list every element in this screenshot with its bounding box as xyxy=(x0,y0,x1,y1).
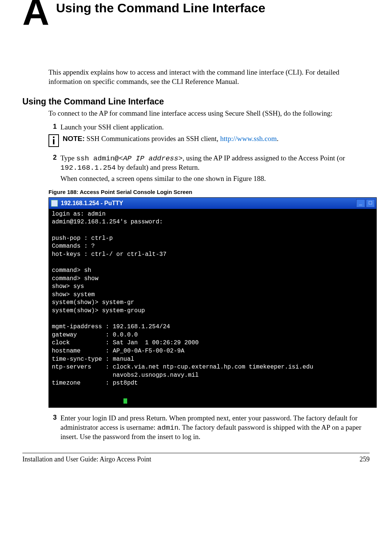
text: by default) and press Return. xyxy=(116,163,200,171)
terminal-line: show> sys xyxy=(52,283,84,290)
terminal-line: Commands : ? xyxy=(52,243,95,250)
appendix-letter: A xyxy=(22,0,49,27)
terminal-body: login as: admin admin@192.168.1.254's pa… xyxy=(49,209,376,407)
terminal-line: system(show)> system-gr xyxy=(52,299,134,306)
step-number: 2 xyxy=(48,154,57,184)
note-before: SSH Communications provides an SSH clien… xyxy=(85,135,220,142)
terminal-line: ntp-servers : clock.via.net ntp-cup.exte… xyxy=(52,364,313,370)
step-3: 3 Enter your login ID and press Return. … xyxy=(48,414,370,442)
step-1: 1 Launch your SSH client application. xyxy=(48,123,370,132)
terminal-line: mgmt-ipaddress : 192.168.1.254/24 xyxy=(52,323,170,330)
terminal-line: show> system xyxy=(52,291,95,298)
appendix-title: Using the Command Line Interface xyxy=(56,1,265,15)
window-title: 192.168.1.254 - PuTTY xyxy=(61,200,123,207)
step-number: 3 xyxy=(48,414,57,442)
window-titlebar: 192.168.1.254 - PuTTY _ □ xyxy=(49,198,376,209)
step-body: Enter your login ID and press Return. Wh… xyxy=(60,414,370,442)
text: , using the AP IP address assigned to th… xyxy=(183,154,345,162)
text: Type xyxy=(60,154,76,162)
step-body: Type ssh admin@<AP IP address>, using th… xyxy=(60,154,370,184)
minimize-button[interactable]: _ xyxy=(356,199,365,207)
code: ssh admin@ xyxy=(76,154,119,163)
window-buttons: _ □ xyxy=(356,199,375,207)
info-icon xyxy=(48,134,59,147)
terminal-line: clock : Sat Jan 1 00:26:29 2000 xyxy=(52,339,199,346)
terminal-line: gateway : 0.0.0.0 xyxy=(52,332,138,338)
note-text: NOTE: SSH Communications provides an SSH… xyxy=(63,134,279,144)
step-number: 1 xyxy=(48,123,57,132)
app-icon xyxy=(51,200,58,207)
terminal-line: hostname : AP_00-0A-F5-00-02-9A xyxy=(52,348,184,354)
terminal-line: hot-keys : ctrl-/ or ctrl-alt-37 xyxy=(52,251,166,258)
terminal-line: timezone : pst8pdt xyxy=(52,380,138,386)
section-intro: To connect to the AP for command line in… xyxy=(48,109,370,118)
terminal-window: 192.168.1.254 - PuTTY _ □ login as: admi… xyxy=(48,197,377,408)
terminal-line: navobs2.usnogps.navy.mil xyxy=(52,372,199,379)
terminal-line: time-sync-type : manual xyxy=(52,356,134,363)
step-body: Launch your SSH client application. xyxy=(60,123,370,132)
figure-caption: Figure 188: Access Point Serial Console … xyxy=(48,189,370,195)
terminal-line: command> show xyxy=(52,275,98,282)
note-row: NOTE: SSH Communications provides an SSH… xyxy=(48,134,370,147)
note-link[interactable]: http://www.ssh.com xyxy=(220,135,277,142)
appendix-header: A Using the Command Line Interface xyxy=(22,0,370,27)
code-arg: <AP IP address> xyxy=(119,154,183,163)
maximize-button[interactable]: □ xyxy=(366,199,375,207)
note-label: NOTE: xyxy=(63,135,85,142)
terminal-line: command> sh xyxy=(52,267,91,274)
step-line2: When connected, a screen opens similar t… xyxy=(60,174,370,184)
cursor-icon xyxy=(123,398,127,404)
step-2: 2 Type ssh admin@<AP IP address>, using … xyxy=(48,154,370,184)
page-footer: Installation and User Guide: Airgo Acces… xyxy=(22,453,370,463)
footer-page-number: 259 xyxy=(360,455,370,463)
step-list-cont: 3 Enter your login ID and press Return. … xyxy=(48,414,370,442)
step-list: 1 Launch your SSH client application. NO… xyxy=(48,123,370,184)
terminal-line: login as: admin xyxy=(52,211,106,217)
terminal-line: push-pop : ctrl-p xyxy=(52,235,113,242)
note-after: . xyxy=(277,135,279,142)
code-user: admin xyxy=(157,424,179,432)
section-heading: Using the Command Line Interface xyxy=(22,97,370,107)
code-ip: 192.168.1.254 xyxy=(60,164,116,172)
intro-paragraph: This appendix explains how to access and… xyxy=(48,68,370,86)
footer-left: Installation and User Guide: Airgo Acces… xyxy=(22,455,151,463)
terminal-line: system(show)> system-group xyxy=(52,307,145,314)
terminal-line: admin@192.168.1.254's password: xyxy=(52,219,163,225)
